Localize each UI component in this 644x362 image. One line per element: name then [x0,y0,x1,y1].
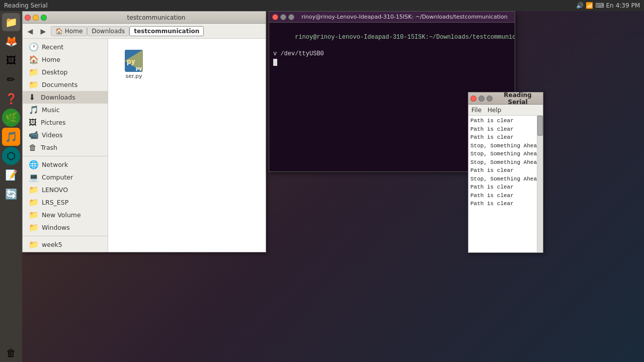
file-item-ser-py[interactable]: py ser.py [116,47,151,81]
terminal-line-2: v /dev/ttyUSB0 [273,50,511,58]
sidebar-item-lenovo[interactable]: 📁 LENOVO [23,184,108,196]
sidebar-item-music[interactable]: 🎵 Music [23,104,108,116]
lenovo-icon: 📁 [29,185,39,195]
image-viewer-icon[interactable]: 🖼 [2,51,20,69]
browser-dock-icon[interactable]: 🦊 [2,32,20,50]
help-dock-icon[interactable]: ❓ [2,89,20,108]
sidebar-item-network[interactable]: 🌐 Network [23,158,108,171]
fm-sidebar: 🕐 Recent 🏠 Home 📁 Desktop 📁 Documents ⬇ … [23,39,108,252]
rs-min-button[interactable] [478,96,485,102]
fm-back-button[interactable]: ◀ [25,26,36,37]
sidebar-label-pictures: Pictures [41,119,66,126]
sidebar-label-windows: Windows [42,224,70,231]
files-dock-icon[interactable]: 📁 [2,13,20,31]
desktop-icon: 📁 [29,67,39,77]
taskbar-right: 🔊 📶 ⌨ En 4:39 PM [576,2,644,9]
file-name-ser-py: ser.py [126,73,142,79]
sidebar-item-week5[interactable]: 📁 week5 [23,238,108,251]
fm-window-title: testcommunication [49,14,264,21]
sidebar-item-trash[interactable]: 🗑 Trash [23,141,108,154]
update-dock-icon[interactable]: 🔄 [2,185,20,203]
rs-menu-help[interactable]: Help [488,107,501,114]
python-file-icon: py [124,49,144,73]
week5-icon: 📁 [29,240,39,249]
lrs-esp-icon: 📁 [29,198,39,207]
terminal-line-1: rinoy@rinoy-Lenovo-Ideapad-310-15ISK:~/D… [273,25,511,50]
sidebar-label-network: Network [42,161,68,168]
keyboard-icon[interactable]: ⌨ [595,2,604,9]
terminal-dock-icon[interactable]: 📝 [2,166,20,184]
rs-output-body[interactable]: Path is clear Path is clear Path is clea… [468,116,543,252]
rs-scrollbar-thumb[interactable] [537,116,543,136]
windows-icon: 📁 [29,223,39,232]
sidebar-item-pictures[interactable]: 🖼 Pictures [23,116,108,129]
terminal-min-button[interactable] [280,14,286,20]
sidebar-item-downloads[interactable]: ⬇ Downloads [23,91,108,104]
terminal-cursor [273,59,277,66]
fm-forward-button[interactable]: ▶ [38,26,49,37]
rs-scrollbar[interactable] [537,116,543,252]
breadcrumb-testcommunication[interactable]: testcommunication [129,26,204,36]
network-tray-icon[interactable]: 📶 [586,2,593,9]
sidebar-item-connect-server[interactable]: 🔗 Connect to Server [23,251,108,252]
fm-minimize-button[interactable] [33,15,39,21]
videos-icon: 📹 [29,130,39,140]
breadcrumb-downloads[interactable]: Downloads [87,26,129,36]
taskbar-left: Reading Serial [0,2,47,9]
terminal-max-button[interactable] [288,14,294,20]
clock: 4:39 PM [616,2,640,9]
rs-menu-file[interactable]: File [471,107,481,114]
sidebar-item-documents[interactable]: 📁 Documents [23,78,108,91]
terminal-close-button[interactable] [272,14,278,20]
sidebar-label-documents: Documents [42,81,77,88]
taskbar-window-title: Reading Serial [4,2,47,9]
sidebar-item-lrs-esp[interactable]: 📁 LRS_ESP [23,196,108,209]
sidebar-item-home[interactable]: 🏠 Home [23,53,108,66]
sidebar-item-videos[interactable]: 📹 Videos [23,129,108,141]
sidebar-item-computer[interactable]: 💻 Computer [23,171,108,184]
sidebar-label-lenovo: LENOVO [42,186,68,194]
terminal-titlebar: rinoy@rinoy-Lenovo-Ideapad-310-15ISK: ~/… [269,12,515,23]
rs-line-2: Path is clear [470,125,541,134]
fm-content-area: py ser.py [108,39,266,252]
arduino-dock-icon[interactable]: ⬡ [2,147,20,165]
rs-line-9: Path is clear [470,183,541,192]
trash-dock-icon[interactable]: 🗑 [2,344,20,362]
rs-line-4: Stop, Something Ahead!! [470,142,541,150]
rs-max-button[interactable] [487,96,493,102]
downloads-icon: ⬇ [29,93,38,102]
rs-line-5: Stop, Something Ahead!! [470,150,541,158]
home-icon: 🏠 [29,55,39,64]
terminal-cursor-line [273,58,511,67]
vlc-dock-icon[interactable]: 🎵 [2,128,20,146]
fm-toolbar: ◀ ▶ 🏠 Home Downloads testcommunication [23,24,266,39]
rs-line-6: Stop, Something Ahead!! [470,158,541,167]
sidebar-label-music: Music [42,106,60,114]
sidebar-label-desktop: Desktop [42,68,68,76]
sidebar-label-home: Home [42,56,60,63]
sidebar-item-windows[interactable]: 📁 Windows [23,221,108,234]
rs-line-8: Stop, Something Ahead!! [470,175,541,184]
py-icon-visual: py [125,50,143,72]
volume-icon[interactable]: 🔊 [576,2,584,9]
new-volume-icon: 📁 [29,210,39,220]
terminal-prompt: rinoy@rinoy-Lenovo-Ideapad-310-15ISK:~/D… [295,34,515,41]
sidebar-item-desktop[interactable]: 📁 Desktop [23,66,108,78]
breadcrumb-home[interactable]: 🏠 Home [51,26,87,36]
fm-maximize-button[interactable] [41,15,47,21]
fm-close-button[interactable] [25,15,31,21]
sidebar-label-trash: Trash [41,144,57,151]
pencil-dock-icon[interactable]: ✏ [2,70,20,88]
sidebar-label-downloads: Downloads [41,94,75,101]
lang-indicator[interactable]: En [606,2,613,9]
rs-line-7: Path is clear [470,166,541,175]
rs-close-button[interactable] [470,96,476,102]
sidebar-item-recent[interactable]: 🕐 Recent [23,41,108,53]
sidebar-item-new-volume[interactable]: 📁 New Volume [23,209,108,221]
terminal-title-text: rinoy@rinoy-Lenovo-Ideapad-310-15ISK: ~/… [297,14,512,20]
file-manager-titlebar: testcommunication [23,12,266,24]
sidebar-label-new-volume: New Volume [42,211,81,219]
globe-dock-icon[interactable]: 🌿 [2,109,20,127]
taskbar-top: Reading Serial 🔊 📶 ⌨ En 4:39 PM [0,0,644,11]
breadcrumb-bar: 🏠 Home Downloads testcommunication [51,26,204,36]
